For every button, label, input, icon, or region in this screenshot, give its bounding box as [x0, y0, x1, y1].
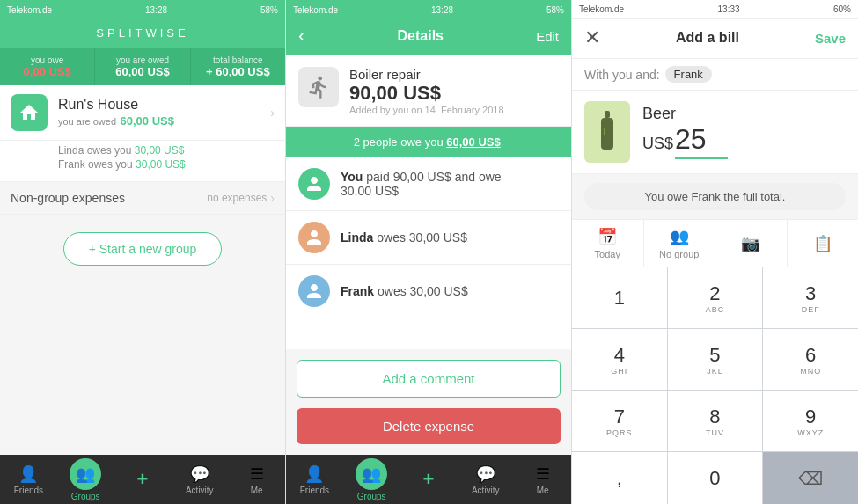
- group-chevron-icon: ›: [270, 106, 275, 120]
- num-key-9[interactable]: 9WXYZ: [763, 391, 858, 451]
- tab-label-groups-2: Groups: [357, 492, 386, 501]
- you-are-owed-item: you are owed 60,00 US$: [95, 48, 190, 85]
- bill-name: Beer: [642, 105, 846, 123]
- tab-groups-2[interactable]: 👥 Groups: [343, 455, 400, 504]
- details-title: Details: [398, 28, 444, 44]
- expense-info: Boiler repair 90,00 US$ Added by you on …: [349, 67, 504, 115]
- expense-amount: 90,00 US$: [349, 82, 504, 105]
- tab-friends-2[interactable]: 👤 Friends: [286, 455, 343, 504]
- bill-amount[interactable]: 25: [675, 123, 728, 159]
- activity-icon-1: 💬: [190, 464, 209, 484]
- num-key-5[interactable]: 5JKL: [668, 329, 763, 390]
- notes-icon: 📋: [813, 234, 832, 253]
- bottle-image: [584, 101, 630, 163]
- edit-button[interactable]: Edit: [536, 29, 559, 44]
- debt-line-1: Linda owes you 30,00 US$: [58, 144, 275, 157]
- avatar-frank: [298, 275, 330, 307]
- meta-photo[interactable]: 📷: [715, 220, 788, 267]
- backspace-button[interactable]: ⌫: [763, 452, 858, 504]
- meta-date[interactable]: 📅 Today: [572, 220, 644, 267]
- meta-group[interactable]: 👥 No group: [644, 220, 716, 267]
- split-text-linda: Linda owes 30,00 US$: [341, 230, 467, 245]
- tab-label-groups-1: Groups: [71, 492, 100, 501]
- num-key-7[interactable]: 7PQRS: [572, 391, 667, 451]
- tab-add-1[interactable]: +: [114, 455, 172, 504]
- expense-added-by: Added by you on 14. February 2018: [349, 105, 504, 115]
- tab-label-activity-2: Activity: [472, 486, 500, 495]
- friends-icon-2: 👤: [304, 464, 324, 484]
- group-icon: [11, 94, 48, 131]
- app-header: SPLITWISE: [0, 19, 285, 48]
- me-icon-1: ☰: [250, 464, 264, 484]
- bill-info: Beer US$ 25: [642, 105, 846, 159]
- tab-me-1[interactable]: ☰ Me: [228, 455, 285, 504]
- battery-1: 58%: [260, 5, 278, 15]
- you-are-owed-label: you are owed: [99, 55, 186, 65]
- carrier-3: Telekom.de: [579, 4, 624, 14]
- group-list-item[interactable]: Run's House you are owed 60,00 US$ ›: [0, 85, 285, 141]
- you-are-owed-value: 60,00 US$: [99, 65, 186, 78]
- num-key-2[interactable]: 2ABC: [668, 267, 763, 328]
- panel-splitwise: Telekom.de 13:28 58% SPLITWISE you owe 0…: [0, 0, 286, 504]
- battery-3: 60%: [833, 4, 851, 14]
- num-key-4[interactable]: 4GHI: [572, 329, 667, 390]
- split-row-linda: Linda owes 30,00 US$: [286, 211, 571, 265]
- groups-icon-2: 👥: [362, 464, 381, 484]
- meta-notes[interactable]: 📋: [788, 220, 859, 267]
- avatar-linda: [298, 222, 330, 253]
- num-key-3[interactable]: 3DEF: [763, 267, 858, 328]
- back-button[interactable]: ‹: [298, 26, 304, 46]
- panel-details: Telekom.de 13:28 58% ‹ Details Edit Boil…: [286, 0, 572, 504]
- delete-expense-button[interactable]: Delete expense: [297, 408, 561, 444]
- split-list: You paid 90,00 US$ and owe30,00 US$ Lind…: [286, 157, 571, 349]
- add-comment-button[interactable]: Add a comment: [297, 360, 561, 398]
- tab-groups-1[interactable]: 👥 Groups: [57, 455, 114, 504]
- details-header: ‹ Details Edit: [286, 19, 571, 55]
- num-key-0[interactable]: 0: [668, 452, 763, 504]
- group-name: Run's House: [58, 97, 270, 113]
- tab-label-me-1: Me: [251, 486, 263, 495]
- calendar-icon: 📅: [598, 227, 617, 246]
- debt-line-2: Frank owes you 30,00 US$: [58, 158, 275, 171]
- tab-friends-1[interactable]: 👤 Friends: [0, 455, 57, 504]
- group-info: Run's House you are owed 60,00 US$: [58, 97, 270, 128]
- battery-2: 58%: [546, 5, 564, 15]
- meta-bar: 📅 Today 👥 No group 📷 📋: [572, 219, 858, 267]
- tab-label-friends-1: Friends: [14, 486, 43, 495]
- total-balance-label: total balance: [194, 55, 282, 65]
- svg-rect-0: [605, 111, 610, 118]
- tab-label-friends-2: Friends: [300, 486, 329, 495]
- tab-bar-2: 👤 Friends 👥 Groups + 💬 Activity ☰ Me: [286, 455, 571, 504]
- camera-icon: 📷: [741, 234, 760, 253]
- status-bar-1: Telekom.de 13:28 58%: [0, 0, 285, 19]
- tab-add-2[interactable]: +: [400, 455, 458, 504]
- tab-me-2[interactable]: ☰ Me: [514, 455, 571, 504]
- non-group-section[interactable]: Non-group expenses no expenses ›: [0, 182, 285, 215]
- new-group-button[interactable]: + Start a new group: [63, 232, 223, 266]
- with-person-chip[interactable]: Frank: [665, 66, 712, 83]
- split-text-frank: Frank owes 30,00 US$: [341, 284, 468, 298]
- tab-activity-2[interactable]: 💬 Activity: [457, 455, 514, 504]
- addbill-title: Add a bill: [676, 30, 739, 46]
- groups-icon-1: 👥: [76, 464, 95, 484]
- svg-rect-2: [604, 128, 605, 135]
- carrier-2: Telekom.de: [293, 5, 338, 15]
- tab-activity-1[interactable]: 💬 Activity: [171, 455, 228, 504]
- split-row-frank: Frank owes 30,00 US$: [286, 265, 571, 318]
- num-key-1[interactable]: 1: [572, 267, 667, 328]
- num-key-6[interactable]: 6MNO: [763, 329, 858, 390]
- me-icon-2: ☰: [536, 464, 550, 484]
- frank-note: You owe Frank the full total.: [584, 183, 846, 210]
- bill-main: Beer US$ 25: [572, 91, 858, 174]
- num-key-8[interactable]: 8TUV: [668, 391, 763, 451]
- split-row-you: You paid 90,00 US$ and owe30,00 US$: [286, 157, 571, 211]
- num-key-comma[interactable]: ,: [572, 452, 667, 504]
- you-owe-item: you owe 0,00 US$: [0, 48, 95, 85]
- expense-detail-top: Boiler repair 90,00 US$ Added by you on …: [286, 55, 571, 127]
- save-button[interactable]: Save: [815, 31, 846, 46]
- close-button[interactable]: ✕: [584, 26, 600, 49]
- owed-amount: 60,00 US$: [446, 135, 500, 149]
- with-row: With you and: Frank: [572, 59, 858, 91]
- status-bar-3: Telekom.de 13:33 60%: [572, 0, 858, 19]
- group-owed-label: you are owed 60,00 US$: [58, 113, 270, 128]
